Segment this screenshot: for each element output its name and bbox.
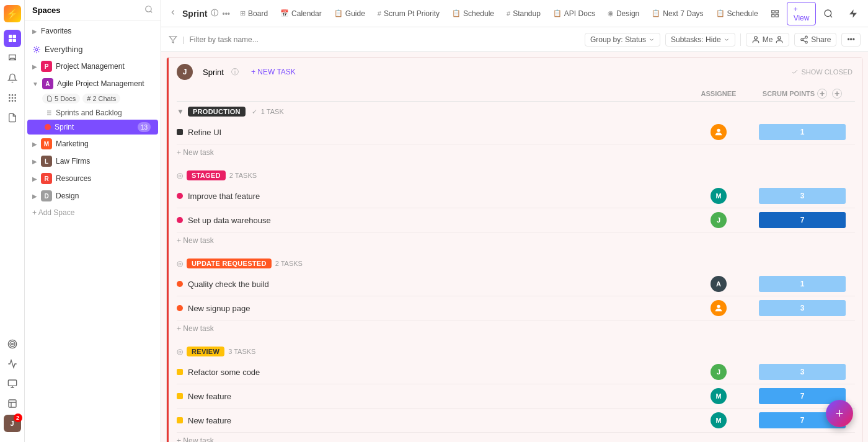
goals-icon[interactable] bbox=[4, 335, 21, 353]
scrum-plus-icon[interactable]: + bbox=[817, 89, 827, 99]
task-data-warehouse[interactable]: Set up data warehouse J 7 bbox=[177, 208, 855, 232]
home-icon[interactable] bbox=[4, 30, 21, 47]
task-quality-check[interactable]: Quality check the build A 1 bbox=[177, 272, 855, 296]
sidebar-item-design[interactable]: ▶ D Design bbox=[27, 188, 158, 204]
add-view-button[interactable]: + View bbox=[787, 2, 817, 25]
assignee-person2 bbox=[714, 303, 724, 313]
svg-point-14 bbox=[10, 342, 15, 347]
task-assignee: A bbox=[688, 276, 750, 292]
me-btn[interactable]: Me bbox=[746, 33, 790, 46]
add-task-update[interactable]: + New task bbox=[177, 320, 855, 337]
collapse-sidebar-btn[interactable] bbox=[169, 8, 177, 19]
add-task-review[interactable]: + New task bbox=[177, 433, 855, 442]
filter-area[interactable]: | bbox=[169, 35, 282, 44]
group-chevron bbox=[649, 37, 655, 43]
inbox-icon[interactable] bbox=[4, 50, 21, 67]
tab-api-label: API Docs bbox=[564, 9, 595, 18]
sprint-badge: 13 bbox=[138, 122, 151, 132]
add-task-label: + New task bbox=[177, 324, 214, 333]
staged-header[interactable]: ◎ STAGED 2 TASKS bbox=[177, 166, 855, 184]
sidebar-item-agile-pm[interactable]: ▼ A Agile Project Management bbox=[27, 76, 158, 92]
task-dot bbox=[177, 305, 183, 311]
add-task-staged[interactable]: + New task bbox=[177, 232, 855, 249]
tab-board[interactable]: ⊞ Board bbox=[235, 7, 273, 20]
chats-chip[interactable]: # 2 Chats bbox=[82, 94, 120, 104]
sidebar-item-sprints-backlog[interactable]: Sprints and Backlog bbox=[27, 107, 158, 119]
favorites-header[interactable]: ▶ Favorites bbox=[27, 24, 158, 38]
user-avatar[interactable]: J 2 bbox=[4, 415, 21, 432]
agile-label: Agile Project Management bbox=[57, 79, 144, 88]
task-new-feature-1[interactable]: New feature M 7 bbox=[177, 384, 855, 409]
svg-line-39 bbox=[803, 37, 805, 38]
help-icon[interactable] bbox=[4, 395, 21, 412]
scrum-icon: # bbox=[378, 10, 381, 17]
tab-schedule2-label: Schedule bbox=[727, 9, 758, 18]
section-update-requested: ◎ UPDATE REQUESTED 2 TASKS Quality check… bbox=[177, 254, 855, 337]
update-header[interactable]: ◎ UPDATE REQUESTED 2 TASKS bbox=[177, 254, 855, 272]
tab-scrum-priority[interactable]: # Scrum Pt Priority bbox=[373, 7, 445, 20]
tab-design[interactable]: ◉ Design bbox=[603, 7, 644, 20]
sprint-more[interactable]: ••• bbox=[222, 9, 230, 18]
add-space-button[interactable]: + Add Space bbox=[25, 205, 161, 221]
svg-point-11 bbox=[11, 100, 13, 102]
new-task-btn[interactable]: + NEW TASK bbox=[251, 68, 296, 76]
docs-chip[interactable]: 5 Docs bbox=[42, 94, 80, 104]
tab-guide-label: Guide bbox=[345, 9, 365, 18]
task-refine-ui[interactable]: Refine UI 1 bbox=[177, 120, 855, 144]
update-count: 2 TASKS bbox=[275, 260, 303, 267]
svg-marker-31 bbox=[849, 9, 857, 17]
guide-icon: 📋 bbox=[334, 9, 343, 17]
scrum-add-icon[interactable]: + bbox=[832, 89, 842, 99]
production-header[interactable]: ▼ PRODUCTION ✓ 1 TASK bbox=[177, 102, 855, 120]
search-nav-icon[interactable] bbox=[818, 6, 838, 21]
review-header[interactable]: ◎ REVIEW 3 TASKS bbox=[177, 342, 855, 360]
notification-icon[interactable] bbox=[4, 69, 21, 87]
main-area: Sprint ⓘ ••• ⊞ Board 📅 Calendar 📋 Guide … bbox=[161, 0, 868, 442]
sidebar-item-marketing[interactable]: ▶ M Marketing bbox=[27, 136, 158, 152]
tab-calendar-label: Calendar bbox=[291, 9, 322, 18]
apps-icon[interactable] bbox=[4, 89, 21, 107]
tab-standup[interactable]: # Standup bbox=[502, 7, 546, 20]
tab-next7days[interactable]: 📋 Next 7 Days bbox=[647, 7, 708, 20]
chats-chip-label: 2 Chats bbox=[92, 95, 116, 102]
sidebar-item-sprint[interactable]: Sprint 13 bbox=[27, 120, 158, 135]
task-improve-feature[interactable]: Improve that feature M 3 bbox=[177, 184, 855, 208]
task-refactor-code[interactable]: Refactor some code J 3 bbox=[177, 360, 855, 384]
tab-grid[interactable] bbox=[766, 7, 784, 20]
task-signup-page[interactable]: New signup page 3 bbox=[177, 296, 855, 320]
share-btn[interactable]: Share bbox=[794, 33, 836, 46]
pulse-icon[interactable] bbox=[4, 355, 21, 373]
lightning-icon[interactable] bbox=[843, 6, 863, 21]
favorites-section: ▶ Favorites bbox=[25, 21, 161, 41]
user-badge: 2 bbox=[14, 413, 22, 422]
tab-schedule[interactable]: 📋 Schedule bbox=[447, 7, 499, 20]
sidebar-search-icon[interactable] bbox=[144, 5, 153, 15]
add-task-production[interactable]: + New task bbox=[177, 144, 855, 161]
app-logo[interactable]: ⚡ bbox=[4, 5, 21, 22]
show-closed-btn[interactable]: SHOW CLOSED bbox=[791, 68, 852, 76]
fab-button[interactable]: + bbox=[826, 400, 853, 427]
everything-label: Everything bbox=[45, 45, 82, 54]
tab-schedule2[interactable]: 📋 Schedule bbox=[711, 7, 763, 20]
everything-item[interactable]: Everything bbox=[25, 41, 161, 58]
task-new-feature-2[interactable]: New feature M 7 bbox=[177, 409, 855, 433]
tab-api-docs[interactable]: 📋 API Docs bbox=[548, 7, 600, 20]
subtasks-btn[interactable]: Subtasks: Hide bbox=[665, 33, 735, 46]
sidebar-item-law-firms[interactable]: ▶ L Law Firms bbox=[27, 153, 158, 169]
sidebar-item-resources[interactable]: ▶ R Resources bbox=[27, 170, 158, 187]
tab-scrum-label: Scrum Pt Priority bbox=[384, 9, 440, 18]
update-badge: UPDATE REQUESTED bbox=[187, 259, 272, 268]
production-check: ✓ bbox=[252, 108, 257, 116]
filter-input[interactable] bbox=[189, 35, 282, 44]
sprint-red-border bbox=[167, 58, 169, 442]
more-btn[interactable]: ••• bbox=[841, 33, 861, 46]
assignee-avatar: A bbox=[711, 276, 727, 292]
svg-rect-0 bbox=[9, 35, 12, 38]
sidebar-item-project-management[interactable]: ▶ P Project Management bbox=[27, 58, 158, 74]
staged-badge: STAGED bbox=[187, 170, 226, 180]
tab-calendar[interactable]: 📅 Calendar bbox=[275, 7, 327, 20]
settings-icon[interactable] bbox=[4, 375, 21, 392]
docs-icon[interactable] bbox=[4, 109, 21, 126]
group-by-btn[interactable]: Group by: Status bbox=[585, 33, 660, 46]
tab-guide[interactable]: 📋 Guide bbox=[329, 7, 370, 20]
